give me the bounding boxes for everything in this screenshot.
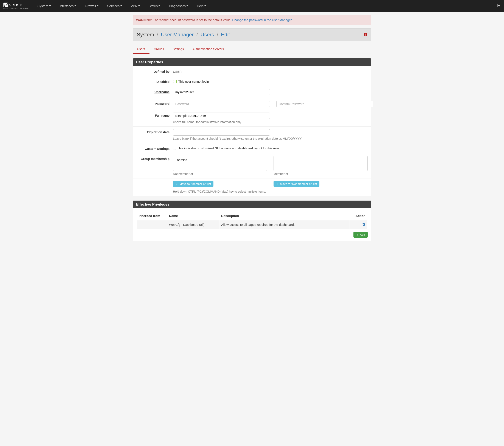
breadcrumb-root: System — [137, 32, 154, 37]
chevron-down-icon — [138, 5, 140, 6]
nav-diagnostics[interactable]: Diagnostics — [169, 4, 188, 8]
nav-vpn[interactable]: VPN — [131, 4, 140, 8]
defined-by-value: USER — [173, 69, 181, 73]
not-member-of-label: Not member of — [173, 172, 267, 176]
plus-icon — [356, 234, 359, 236]
fullname-label: Full name — [136, 113, 173, 117]
disabled-checkbox[interactable] — [173, 80, 177, 83]
cell-name: WebCfg - Dashboard (all) — [167, 221, 219, 229]
user-properties-panel: User Properties Defined by USER Disabled… — [133, 58, 371, 196]
col-action: Action — [350, 212, 367, 220]
nav-system[interactable]: System — [37, 4, 51, 8]
panel-heading: Effective Privileges — [133, 201, 371, 208]
tab-settings[interactable]: Settings — [168, 45, 188, 54]
disabled-label: Disabled — [136, 79, 173, 84]
group-membership-label: Group membership — [136, 156, 173, 161]
username-label: Username — [136, 89, 173, 94]
navbar: pf sense COMMUNITY EDITION System Interf… — [0, 0, 504, 12]
confirm-password-input[interactable] — [276, 101, 373, 107]
breadcrumb-user-manager[interactable]: User Manager — [161, 32, 194, 37]
member-of-select[interactable] — [273, 156, 368, 171]
defined-by-label: Defined by — [136, 69, 173, 73]
chevron-down-icon — [120, 5, 122, 6]
expiration-label: Expiration date — [136, 129, 173, 134]
tab-groups[interactable]: Groups — [149, 45, 168, 54]
not-member-of-select[interactable]: admins — [173, 156, 267, 171]
chevron-double-right-icon — [176, 183, 178, 185]
nav-firewall[interactable]: Firewall — [85, 4, 99, 8]
password-input[interactable] — [173, 101, 270, 107]
effective-privileges-panel: Effective Privileges Inherited from Name… — [133, 200, 371, 241]
fullname-input[interactable] — [173, 113, 270, 119]
password-label: Password — [136, 101, 173, 105]
chevron-double-left-icon — [276, 183, 279, 185]
tab-users[interactable]: Users — [133, 45, 149, 54]
chevron-down-icon — [74, 5, 76, 6]
cell-description: Allow access to all pages required for t… — [219, 221, 350, 229]
warning-label: WARNING: — [136, 18, 152, 22]
custom-settings-checkbox[interactable] — [173, 147, 176, 150]
col-inherited: Inherited from — [137, 212, 167, 220]
warning-alert: WARNING: The 'admin' account password is… — [133, 15, 371, 25]
logout-button[interactable] — [497, 4, 501, 8]
chevron-down-icon — [159, 5, 160, 6]
fullname-help: User's full name, for administrative inf… — [173, 120, 368, 124]
panel-heading: User Properties — [133, 58, 371, 66]
col-description: Description — [219, 212, 350, 220]
username-input[interactable] — [173, 89, 270, 95]
warning-text: The 'admin' account password is set to t… — [153, 18, 231, 22]
breadcrumb: System / User Manager / Users / Edit ? — [133, 28, 371, 41]
custom-settings-text: Use individual customized GUI options an… — [178, 147, 280, 150]
col-name: Name — [167, 212, 219, 220]
chevron-down-icon — [204, 5, 206, 6]
nav-services[interactable]: Services — [107, 4, 122, 8]
add-privilege-button[interactable]: Add — [353, 232, 368, 238]
nav-interfaces[interactable]: Interfaces — [59, 4, 76, 8]
breadcrumb-edit[interactable]: Edit — [221, 32, 230, 37]
trash-icon — [362, 223, 365, 226]
chevron-down-icon — [97, 5, 98, 6]
move-to-member-button[interactable]: Move to "Member of" list — [173, 181, 214, 187]
breadcrumb-users[interactable]: Users — [200, 32, 214, 37]
privileges-table: Inherited from Name Description Action W… — [136, 211, 368, 229]
disabled-text: This user cannot login — [178, 80, 209, 83]
cell-inherited — [137, 221, 167, 229]
group-help: Hold down CTRL (PC)/COMMAND (Mac) key to… — [173, 190, 368, 193]
brand[interactable]: pf sense COMMUNITY EDITION — [3, 2, 29, 10]
brand-pf: pf — [3, 2, 8, 7]
warning-link[interactable]: Change the password in the User Manager. — [232, 18, 292, 22]
brand-subtitle: COMMUNITY EDITION — [3, 8, 29, 10]
table-row: WebCfg - Dashboard (all) Allow access to… — [137, 221, 367, 229]
move-to-not-member-button[interactable]: Move to "Not member of" list — [273, 181, 319, 187]
chevron-down-icon — [186, 5, 188, 6]
chevron-down-icon — [49, 5, 51, 6]
nav-help[interactable]: Help — [197, 4, 206, 8]
help-icon[interactable]: ? — [364, 33, 367, 36]
delete-privilege-button[interactable] — [362, 223, 365, 227]
logout-icon — [497, 4, 501, 8]
custom-settings-label: Custom Settings — [136, 146, 173, 151]
nav-status[interactable]: Status — [149, 4, 161, 8]
tab-auth-servers[interactable]: Authentication Servers — [188, 45, 228, 54]
expiration-help: Leave blank if the account shouldn't exp… — [173, 137, 368, 140]
expiration-input[interactable] — [173, 129, 270, 136]
member-of-label: Member of — [273, 172, 368, 176]
brand-sense: sense — [9, 2, 23, 8]
tabs: Users Groups Settings Authentication Ser… — [133, 45, 371, 54]
nav-items: System Interfaces Firewall Services VPN … — [33, 4, 497, 8]
